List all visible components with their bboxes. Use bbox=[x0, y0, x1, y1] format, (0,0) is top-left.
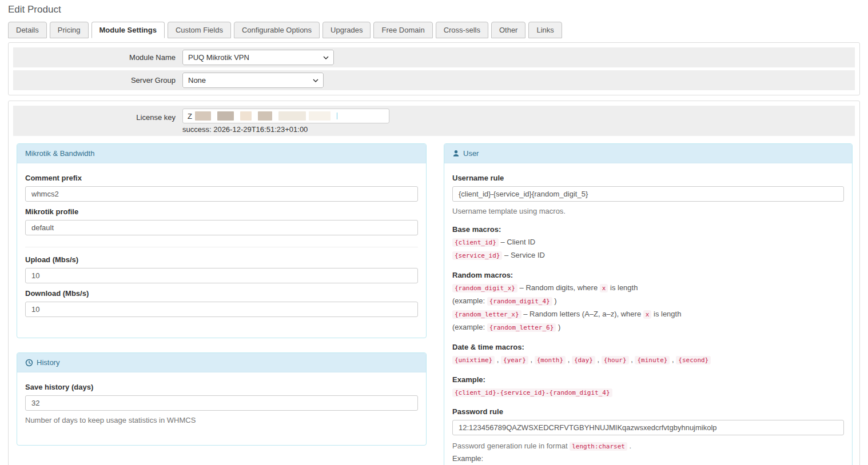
tab-details[interactable]: Details bbox=[8, 22, 47, 38]
save-history-label: Save history (days) bbox=[25, 383, 418, 391]
macro-line-client-id: {client_id} – Client ID bbox=[452, 236, 844, 248]
tab-cross-sells[interactable]: Cross-sells bbox=[436, 22, 488, 38]
tab-module-settings[interactable]: Module Settings bbox=[91, 22, 165, 38]
tab-upgrades[interactable]: Upgrades bbox=[322, 22, 371, 38]
username-rule-help: Username template using macros. bbox=[452, 207, 844, 215]
edit-product-page: Edit Product Details Pricing Module Sett… bbox=[0, 4, 868, 465]
macro-line-datetime: {unixtime} , {year} , {month} , {day} , … bbox=[452, 354, 844, 366]
mikrotik-profile-input[interactable] bbox=[25, 220, 418, 235]
user-icon bbox=[452, 150, 460, 157]
server-group-select[interactable]: None bbox=[182, 73, 324, 88]
tab-links[interactable]: Links bbox=[528, 22, 562, 38]
license-key-row: License key Z success: 2026-12-29T16:51:… bbox=[13, 106, 855, 136]
mikrotik-bandwidth-panel: Mikrotik & Bandwidth Comment prefix Mikr… bbox=[17, 143, 427, 338]
module-selection-box: Module Name PUQ Mikrotik VPN Server Grou… bbox=[8, 42, 860, 95]
password-rule-help: Password generation rule in format lengt… bbox=[452, 440, 844, 452]
macro-line-service-id: {service_id} – Service ID bbox=[452, 250, 844, 261]
download-label: Download (Mbs/s) bbox=[25, 289, 418, 298]
license-key-visible-text: Z bbox=[188, 112, 192, 121]
module-name-row: Module Name PUQ Mikrotik VPN bbox=[13, 47, 855, 67]
module-name-select[interactable]: PUQ Mikrotik VPN bbox=[182, 50, 334, 65]
divider bbox=[25, 247, 418, 247]
username-rule-label: Username rule bbox=[452, 174, 844, 182]
license-status-text: success: 2026-12-29T16:51:23+01:00 bbox=[182, 125, 389, 134]
mikrotik-bandwidth-panel-heading: Mikrotik & Bandwidth bbox=[17, 144, 426, 163]
upload-input[interactable] bbox=[25, 268, 418, 283]
password-rule-label: Password rule bbox=[452, 407, 844, 416]
macro-line-random-letter: {random_letter_x} – Random letters (A–Z,… bbox=[452, 308, 844, 320]
comment-prefix-label: Comment prefix bbox=[25, 174, 418, 182]
server-group-label: Server Group bbox=[18, 76, 182, 85]
download-input[interactable] bbox=[25, 302, 418, 317]
clock-icon bbox=[25, 359, 33, 367]
macro-line-random-digit-example: (example: {random_digit_4} ) bbox=[452, 295, 844, 307]
upload-label: Upload (Mbs/s) bbox=[25, 255, 418, 264]
tab-configurable-options[interactable]: Configurable Options bbox=[234, 22, 320, 38]
user-panel-heading: User bbox=[444, 144, 852, 163]
save-history-input[interactable] bbox=[25, 395, 418, 411]
base-macros-title: Base macros: bbox=[452, 225, 844, 234]
redacted-text bbox=[258, 111, 272, 121]
redacted-text bbox=[278, 111, 306, 121]
macro-line-random-digit: {random_digit_x} – Random digits, where … bbox=[452, 282, 844, 294]
panel-title: History bbox=[37, 358, 59, 367]
macro-line-username-example: {client_id}-{service_id}-{random_digit_4… bbox=[452, 387, 844, 398]
mikrotik-profile-label: Mikrotik profile bbox=[25, 207, 418, 216]
license-key-input[interactable]: Z bbox=[182, 109, 389, 123]
module-settings-box: License key Z success: 2026-12-29T16:51:… bbox=[8, 101, 860, 465]
redacted-text bbox=[195, 111, 211, 121]
module-name-label: Module Name bbox=[18, 53, 182, 62]
save-history-help: Number of days to keep usage statistics … bbox=[25, 416, 418, 424]
comment-prefix-input[interactable] bbox=[25, 186, 418, 202]
macro-line-random-letter-example: (example: {random_letter_6} ) bbox=[452, 322, 844, 333]
history-panel: History Save history (days) Number of da… bbox=[17, 352, 427, 446]
password-example-title: Example: bbox=[452, 454, 844, 463]
datetime-macros-title: Date & time macros: bbox=[452, 343, 844, 351]
user-panel: User Username rule Username template usi… bbox=[444, 143, 853, 465]
panel-title: User bbox=[463, 149, 479, 158]
redacted-text bbox=[217, 111, 234, 121]
username-example-title: Example: bbox=[452, 375, 844, 384]
page-title: Edit Product bbox=[8, 4, 860, 15]
random-macros-title: Random macros: bbox=[452, 271, 844, 279]
password-rule-input[interactable] bbox=[452, 420, 844, 435]
text-cursor bbox=[337, 113, 337, 119]
tab-bar: Details Pricing Module Settings Custom F… bbox=[8, 22, 860, 38]
tab-other[interactable]: Other bbox=[491, 22, 526, 38]
server-group-row: Server Group None bbox=[13, 70, 855, 90]
history-panel-heading: History bbox=[17, 353, 426, 372]
tab-pricing[interactable]: Pricing bbox=[50, 22, 89, 38]
tab-custom-fields[interactable]: Custom Fields bbox=[168, 22, 231, 38]
tab-free-domain[interactable]: Free Domain bbox=[373, 22, 432, 38]
redacted-text bbox=[240, 111, 252, 121]
redacted-text bbox=[309, 111, 331, 121]
panel-title: Mikrotik & Bandwidth bbox=[25, 149, 94, 158]
license-key-label: License key bbox=[18, 109, 182, 122]
username-rule-input[interactable] bbox=[452, 186, 844, 202]
